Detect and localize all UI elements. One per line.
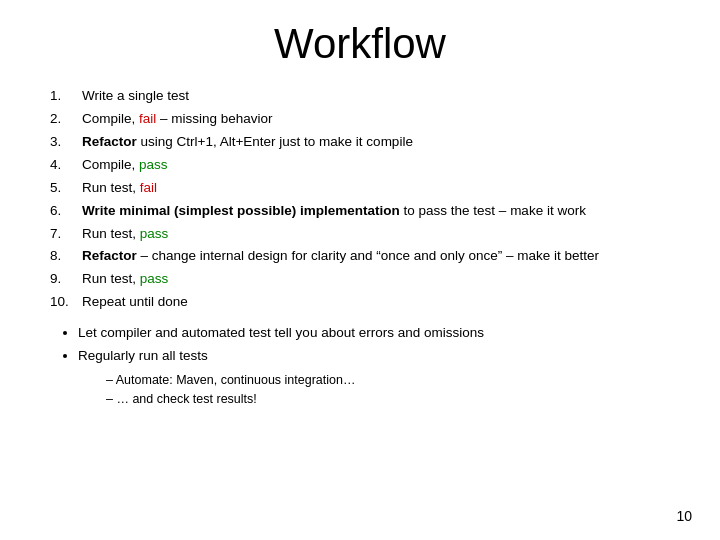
list-number: 3. [50,132,82,155]
list-number: 6. [50,201,82,224]
bullet-item: Regularly run all tests [78,346,670,367]
list-item: Write minimal (simplest possible) implem… [82,201,670,224]
list-item: Compile, fail – missing behavior [82,109,670,132]
list-item: Run test, pass [82,269,670,292]
sub-bullet-list: Automate: Maven, continuous integration…… [50,371,670,410]
list-item: Run test, pass [82,224,670,247]
list-item: Refactor using Ctrl+1, Alt+Enter just to… [82,132,670,155]
list-number: 9. [50,269,82,292]
bullet-item: Let compiler and automated test tell you… [78,323,670,344]
list-number: 8. [50,246,82,269]
sub-bullet-item: … and check test results! [106,390,670,409]
list-number: 2. [50,109,82,132]
list-item: Repeat until done [82,292,670,315]
list-number: 5. [50,178,82,201]
list-item: Run test, fail [82,178,670,201]
numbered-list: 1.Write a single test2.Compile, fail – m… [50,86,670,315]
list-item: Refactor – change internal design for cl… [82,246,670,269]
list-number: 1. [50,86,82,109]
list-item: Write a single test [82,86,670,109]
slide-page: Workflow 1.Write a single test2.Compile,… [0,0,720,540]
sub-bullet-item: Automate: Maven, continuous integration… [106,371,670,390]
list-number: 4. [50,155,82,178]
slide-title: Workflow [50,20,670,68]
bullet-list: Let compiler and automated test tell you… [50,323,670,367]
list-item: Compile, pass [82,155,670,178]
page-number: 10 [676,508,692,524]
list-number: 7. [50,224,82,247]
list-number: 10. [50,292,82,315]
slide-content: 1.Write a single test2.Compile, fail – m… [50,86,670,410]
